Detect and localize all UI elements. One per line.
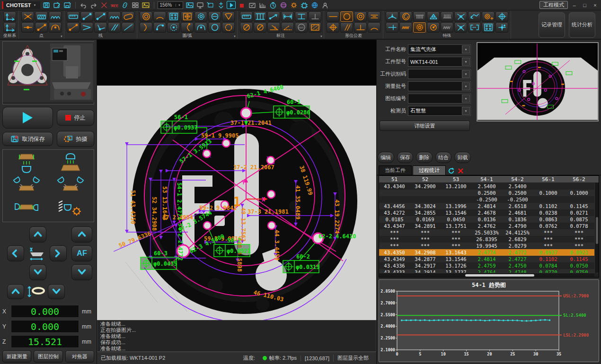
straightness-icon[interactable] (327, 11, 339, 22)
record-icon[interactable] (237, 1, 246, 9)
angle-dash-icon[interactable] (281, 22, 294, 33)
minimize-button[interactable]: – (570, 2, 578, 8)
target-plus-icon[interactable] (495, 11, 508, 22)
measure-box-icon[interactable] (206, 1, 215, 9)
spring-icon[interactable] (399, 22, 412, 33)
ruler-line-icon[interactable] (67, 11, 80, 22)
arc-right-icon[interactable] (181, 22, 194, 33)
stage-left-button[interactable] (7, 245, 24, 261)
wave-line-icon[interactable] (108, 11, 121, 22)
column-header[interactable]: 56-1 (533, 176, 564, 182)
delete-icon[interactable] (100, 1, 109, 9)
light-coaxial-icon[interactable] (49, 152, 92, 174)
chevron-down-icon[interactable]: ▼ (462, 107, 470, 115)
trend-chart[interactable]: 2.85002.70002.55002.40002.25002.10000510… (379, 289, 599, 362)
comb-icon[interactable] (413, 11, 426, 22)
table-row[interactable]: 43.434034.290013.21002.54002.5400 (379, 183, 599, 190)
save-as-icon[interactable] (63, 1, 72, 9)
perpendicularity-icon[interactable] (354, 22, 367, 33)
horizontal-scrollbar[interactable] (379, 273, 594, 277)
ruler-dim-icon[interactable] (240, 11, 253, 22)
tab-process-stats[interactable]: 过程统计 (413, 165, 446, 175)
table-row[interactable]: *********25.5033%24.4125%****** (379, 229, 599, 236)
focus-down-button[interactable] (71, 264, 92, 280)
table-row[interactable]: 43.434934.287713.15462.48142.47270.11020… (379, 256, 599, 262)
redo-icon[interactable] (89, 1, 98, 9)
new-measure-button[interactable]: 新建测量 (2, 350, 31, 363)
part-model-select[interactable]: WKT14-001 ▼ (408, 57, 471, 67)
column-header[interactable]: 52 (410, 176, 441, 182)
segment-line-icon[interactable] (67, 22, 80, 33)
diameter-icon[interactable] (240, 22, 253, 33)
engineering-mode-button[interactable]: 工程模式 (539, 1, 568, 9)
circle-icon[interactable] (208, 22, 221, 33)
multi-line-dim-icon[interactable] (254, 11, 266, 22)
roundness-icon[interactable] (340, 11, 353, 22)
boxed-circle-icon[interactable] (181, 11, 194, 22)
unload-button[interactable]: 卸载 (454, 152, 471, 163)
inspector-select[interactable]: 石慧慧 ▼ (408, 106, 471, 116)
table-row[interactable]: 0.25000.25000.10000.1000 (379, 190, 599, 196)
segment-point-icon[interactable] (35, 22, 48, 33)
chevron-down-icon[interactable]: ▼ (462, 95, 470, 103)
save-button[interactable]: 保存 (397, 152, 414, 163)
vertical-scrollbar[interactable] (594, 183, 599, 273)
tee-icon[interactable] (386, 22, 398, 33)
point-line-icon[interactable] (94, 11, 107, 22)
light-side-right-icon[interactable] (49, 175, 92, 197)
group-more-icon[interactable]: ▼ (320, 35, 323, 38)
horizontal-dist-icon[interactable] (281, 11, 294, 22)
undo-icon[interactable] (79, 1, 88, 9)
edit-save-icon[interactable] (53, 1, 62, 9)
poly-arrow-icon[interactable] (468, 11, 481, 22)
slot-circle-icon[interactable] (208, 11, 221, 22)
column-header[interactable]: 51 (379, 176, 410, 182)
settings-icon[interactable] (289, 1, 298, 9)
stage-down-button[interactable] (29, 264, 46, 280)
hatch-area-icon[interactable] (309, 22, 321, 33)
column-header[interactable]: 54-2 (502, 176, 533, 182)
roi-icon[interactable] (247, 1, 256, 9)
zoom-up-button[interactable] (7, 284, 24, 299)
chevron-down-icon[interactable]: ▼ (462, 82, 470, 90)
gear-box-icon[interactable] (413, 22, 426, 33)
part-id-select[interactable]: ▼ (408, 69, 471, 79)
symmetry-icon[interactable] (368, 11, 380, 22)
two-point-line-icon[interactable] (80, 11, 93, 22)
render-icon[interactable] (279, 1, 288, 9)
chevron-down-icon[interactable]: ▼ (462, 58, 470, 66)
timer-icon[interactable] (268, 1, 277, 9)
grid-box-icon[interactable] (482, 22, 495, 33)
table-row[interactable]: *********19.99452.0279****** (379, 243, 599, 249)
close-button[interactable]: × (591, 2, 599, 8)
histogram-icon[interactable] (258, 1, 267, 9)
light-ring-top-icon[interactable] (5, 152, 48, 174)
parallel-line-icon[interactable] (108, 22, 121, 33)
bracket-icon[interactable] (468, 22, 481, 33)
coord-axis-icon[interactable] (3, 11, 16, 22)
wave-comb-icon[interactable] (441, 22, 453, 33)
group-more-icon[interactable]: ▼ (233, 35, 236, 38)
light-settings-icon[interactable] (49, 198, 92, 219)
focuser-button[interactable]: 对焦器 (65, 350, 94, 363)
cancel-save-button[interactable]: 取消保存 (2, 132, 53, 146)
stop-button[interactable]: 停止 (57, 110, 94, 126)
image-icon[interactable] (185, 1, 194, 9)
arc-point-icon[interactable] (49, 22, 62, 33)
table-row[interactable]: 43.433634.291713.17262.47592.47500.07840… (379, 262, 599, 269)
drawing-number-select[interactable]: ▼ (408, 94, 471, 104)
branch-probe-icon[interactable] (386, 11, 398, 22)
table-row[interactable]: 43.435034.290813.16432.47742.47720.09370… (379, 249, 599, 256)
diagonal-line-icon[interactable] (122, 22, 134, 33)
column-header[interactable]: 56-2 (564, 176, 594, 182)
comb-vertical-icon[interactable] (441, 11, 453, 22)
tab-current-part[interactable]: 当前工件 (379, 165, 412, 175)
statistics-button[interactable]: 统计分析 (569, 12, 595, 38)
export-image-icon[interactable] (141, 1, 150, 9)
mm-unit-icon[interactable]: mm (295, 22, 308, 33)
part-name-select[interactable]: 集流气壳体 ▼ (408, 44, 471, 54)
ring-icon[interactable] (140, 11, 152, 22)
live-video-icon[interactable] (227, 1, 236, 9)
wave-point-icon[interactable] (49, 11, 62, 22)
drop-dim-icon[interactable] (309, 11, 321, 22)
